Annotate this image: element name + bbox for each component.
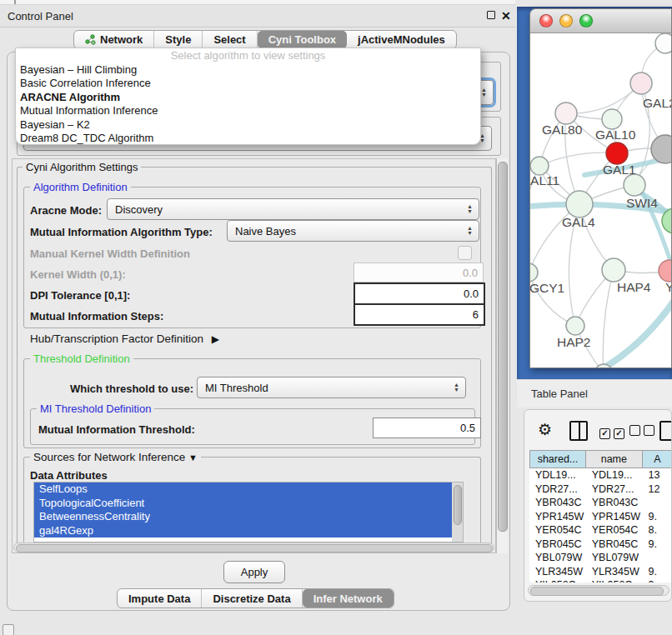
- apply-label: Apply: [241, 566, 268, 578]
- column-header-0[interactable]: shared...: [529, 450, 586, 468]
- aracne-mode-value: Discovery: [115, 203, 163, 216]
- list-vertical-scrollbar[interactable]: [452, 482, 463, 542]
- scrollbar-thumb[interactable]: [498, 162, 508, 532]
- dpi-tolerance-field[interactable]: [354, 282, 485, 305]
- select-all-columns-icon[interactable]: ✓✓: [599, 424, 628, 439]
- mi-steps-label: Mutual Information Steps:: [30, 310, 163, 322]
- close-traffic-light-icon[interactable]: [539, 14, 553, 28]
- kernel-width-field[interactable]: [354, 262, 484, 282]
- table-cell: YIL052C: [529, 579, 586, 582]
- aracne-mode-combo[interactable]: Discovery ▲▼: [107, 198, 479, 220]
- svg-text:GAL11: GAL11: [530, 173, 559, 188]
- collapsed-arrow-icon[interactable]: ▶: [212, 333, 219, 345]
- table-panel-title: Table Panel: [517, 388, 588, 400]
- algorithm-option[interactable]: Basic Correlation Inference: [16, 77, 480, 90]
- table-cell: YDL19...: [586, 469, 643, 481]
- table-horizontal-scrollbar[interactable]: [528, 585, 669, 596]
- algorithm-option[interactable]: Mutual Information Inference: [16, 104, 480, 118]
- table-cell: 9.: [643, 511, 672, 522]
- cyni-settings-title: Cyni Algorithm Settings: [23, 161, 141, 173]
- table-row[interactable]: YDL19...YDL19...13: [529, 468, 672, 482]
- network-canvas-container[interactable]: GAL2GAL80GAL10GAL1GAL11SWI4GAL4GCY1HAP4Y…: [530, 33, 672, 368]
- svg-text:GAL10: GAL10: [595, 128, 636, 142]
- tab-style[interactable]: Style: [154, 31, 203, 48]
- apply-button[interactable]: Apply: [223, 561, 285, 583]
- table-cell: YDR27...: [529, 483, 586, 495]
- svg-text:GCY1: GCY1: [530, 281, 564, 295]
- hub-definition-toggle[interactable]: Hub/Transcription Factor Definition ▶: [30, 332, 219, 345]
- which-threshold-combo[interactable]: MI Threshold ▲▼: [197, 377, 466, 398]
- table-row[interactable]: YPR145WYPR145W9.: [529, 510, 672, 524]
- table-row[interactable]: YLR345WYLR345W9.: [529, 565, 672, 579]
- expanded-arrow-icon[interactable]: ▼: [188, 452, 198, 462]
- mi-steps-field[interactable]: [354, 303, 485, 326]
- corner-grip-icon[interactable]: [3, 624, 14, 635]
- bottom-tab-infer-network[interactable]: Infer Network: [303, 589, 394, 608]
- table-row[interactable]: YER054CYER054C8.: [529, 523, 672, 538]
- zoom-traffic-light-icon[interactable]: [579, 14, 593, 28]
- settings-horizontal-scrollbar[interactable]: [13, 542, 494, 552]
- split-columns-icon[interactable]: [569, 421, 588, 441]
- tab-bar: NetworkStyleSelectCyni ToolboxjActiveMNo…: [73, 30, 457, 49]
- attribute-item[interactable]: TopologicalCoefficient: [34, 497, 463, 511]
- network-canvas[interactable]: GAL2GAL80GAL10GAL1GAL11SWI4GAL4GCY1HAP4Y…: [530, 33, 672, 368]
- mi-algorithm-type-combo[interactable]: Naive Bayes ▲▼: [227, 220, 479, 242]
- table-row[interactable]: YBL079WYBL079W: [529, 551, 672, 565]
- table-row[interactable]: YDR27...YDR27...12: [529, 482, 672, 497]
- algorithm-option[interactable]: Dream8 DC_TDC Algorithm: [16, 132, 480, 145]
- algorithm-dropdown-popup: Select algorithm to view settings Bayesi…: [15, 48, 481, 145]
- svg-text:HAP4: HAP4: [617, 280, 651, 294]
- attribute-item[interactable]: BetweennessCentrality: [34, 510, 463, 524]
- close-icon[interactable]: ✕: [501, 11, 511, 21]
- spinner-arrows-icon: ▲▼: [467, 199, 473, 219]
- export-table-icon[interactable]: [659, 421, 672, 441]
- tab-jactivemnodules[interactable]: jActiveMNodules: [347, 31, 456, 48]
- tab-network[interactable]: Network: [74, 31, 154, 48]
- mi-threshold-field[interactable]: [373, 418, 481, 438]
- attribute-item[interactable]: SelfLoops: [34, 482, 463, 497]
- svg-text:HAP2: HAP2: [557, 335, 591, 349]
- table-row[interactable]: YBR043CYBR043C: [529, 496, 672, 510]
- scrollbar-thumb[interactable]: [530, 587, 664, 596]
- tab-cyni-toolbox[interactable]: Cyni Toolbox: [258, 31, 347, 48]
- sources-title[interactable]: Sources for Network Inference ▼: [30, 451, 201, 463]
- mi-threshold-title: MI Threshold Definition: [37, 402, 154, 415]
- algorithm-option[interactable]: Bayesian – K2: [16, 118, 480, 132]
- table-cell: YBR045C: [586, 538, 643, 550]
- table-row[interactable]: YIL052CYIL052C9: [529, 578, 672, 582]
- mi-algorithm-type-label: Mutual Information Algorithm Type:: [30, 226, 213, 238]
- spinner-arrows-icon: ▲▼: [481, 81, 487, 104]
- minimize-traffic-light-icon[interactable]: [559, 14, 573, 28]
- node-table[interactable]: shared...nameA YDL19...YDL19...13YDR27..…: [529, 450, 672, 582]
- network-window-titlebar[interactable]: [530, 9, 671, 33]
- attribute-item[interactable]: gal4RGexp: [34, 524, 463, 538]
- mi-threshold-label: Mutual Information Threshold:: [38, 423, 195, 436]
- tab-label: jActiveMNodules: [358, 33, 445, 46]
- bottom-tab-discretize-data[interactable]: Discretize Data: [202, 589, 302, 608]
- table-row[interactable]: YBR045CYBR045C9.: [529, 538, 672, 552]
- bottom-tab-impute-data[interactable]: Impute Data: [118, 589, 202, 608]
- data-attributes-label: Data Attributes: [30, 469, 108, 482]
- table-cell: YBL079W: [529, 552, 586, 563]
- manual-kernel-checkbox[interactable]: [458, 246, 472, 260]
- column-header-2[interactable]: A: [643, 450, 672, 468]
- float-window-icon[interactable]: [487, 11, 495, 19]
- algorithm-option[interactable]: ARACNE Algorithm: [16, 91, 480, 104]
- table-cell: YER054C: [586, 524, 643, 536]
- settings-gear-icon[interactable]: ⚙: [538, 422, 552, 438]
- deselect-all-columns-icon[interactable]: [629, 424, 658, 439]
- data-attributes-list[interactable]: SelfLoopsTopologicalCoefficientBetweenne…: [33, 482, 464, 542]
- table-panel-box: ⚙ ✓✓ shared...nameA YDL19...YDL19...13YD…: [524, 409, 672, 602]
- table-panel-header: Table Panel: [517, 379, 672, 408]
- column-header-1[interactable]: name: [586, 450, 643, 468]
- threshold-definition-title: Threshold Definition: [30, 352, 133, 365]
- svg-text:Y: Y: [665, 280, 672, 294]
- settings-vertical-scrollbar[interactable]: [496, 158, 508, 553]
- tab-select[interactable]: Select: [203, 31, 257, 48]
- svg-text:GAL80: GAL80: [542, 122, 583, 137]
- table-cell: 8.: [643, 524, 672, 536]
- scrollbar-thumb[interactable]: [454, 485, 462, 525]
- scrollbar-thumb[interactable]: [16, 544, 493, 552]
- algorithm-option[interactable]: Bayesian – Hill Climbing: [16, 63, 480, 77]
- algorithm-prompt: Select algorithm to view settings: [16, 48, 480, 63]
